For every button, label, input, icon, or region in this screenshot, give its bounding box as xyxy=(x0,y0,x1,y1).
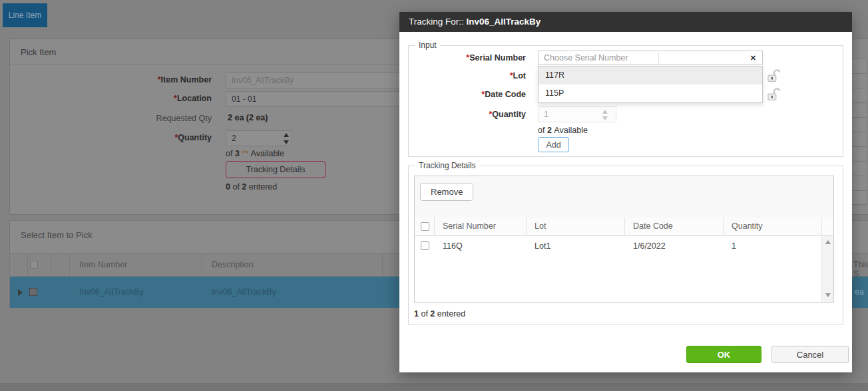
grid-column-serial[interactable]: Serial Number xyxy=(435,217,527,235)
unlock-icon[interactable] xyxy=(767,68,781,84)
dropdown-option[interactable]: 115P xyxy=(539,84,762,102)
row-right-partial: ea xyxy=(855,287,864,297)
serial-dropdown-list: 117R 115P xyxy=(538,66,763,103)
scroll-up-icon[interactable] xyxy=(825,240,831,244)
tracking-details-button[interactable]: Tracking Details xyxy=(226,161,326,178)
bg-quantity-input[interactable] xyxy=(226,130,292,146)
grid-header-row: Serial Number Lot Date Code Quantity xyxy=(415,217,833,236)
page-footer-band xyxy=(0,383,868,391)
requested-qty-label: Requested Qty xyxy=(79,111,212,126)
input-legend: Input xyxy=(415,41,440,50)
column-description: Description xyxy=(212,260,254,269)
serial-number-input[interactable] xyxy=(539,52,658,64)
location-label: *Location xyxy=(79,91,212,106)
serial-number-combobox: ✕ xyxy=(538,51,763,65)
column-divider xyxy=(51,254,51,276)
item-number-label: *Item Number xyxy=(79,72,212,87)
select-item-title: Select Item to Pick xyxy=(21,230,93,240)
bg-availability-text: of 3 ** Available xyxy=(226,149,284,158)
cell-lot: Lot1 xyxy=(527,236,625,256)
cell-serial: 116Q xyxy=(435,236,527,256)
grid-toolbar: Remove xyxy=(415,176,833,217)
grid-column-lot[interactable]: Lot xyxy=(527,217,625,235)
grid-body: 116Q Lot1 1/6/2022 1 xyxy=(415,236,833,302)
cancel-button[interactable]: Cancel xyxy=(771,346,849,363)
tracking-details-legend: Tracking Details xyxy=(415,161,479,170)
dropdown-option[interactable]: 117R xyxy=(539,66,762,84)
modal-title: Tracking For:: Inv06_AllTrackBy xyxy=(399,12,852,32)
column-divider xyxy=(382,254,383,276)
scroll-down-icon[interactable] xyxy=(825,293,831,297)
spinner-down-icon[interactable] xyxy=(602,116,608,120)
expand-row-icon[interactable] xyxy=(18,289,23,296)
modal-entered-text: 1 of 2 entered xyxy=(414,309,465,319)
lot-label: *Lot xyxy=(408,68,526,83)
grid-row-checkbox[interactable] xyxy=(421,241,429,250)
date-code-label: *Date Code xyxy=(408,87,526,102)
modal-quantity-label: *Quantity xyxy=(408,107,526,122)
tracking-modal: Tracking For:: Inv06_AllTrackBy Input *S… xyxy=(399,12,852,372)
ok-button[interactable]: OK xyxy=(686,346,761,363)
row-item-number: Inv06_AllTrackBy xyxy=(79,287,144,297)
grid-column-quantity[interactable]: Quantity xyxy=(724,217,822,235)
spinner-down-icon[interactable] xyxy=(284,140,289,144)
grid-column-date-code[interactable]: Date Code xyxy=(625,217,724,235)
spinner-up-icon[interactable] xyxy=(284,133,289,137)
select-all-checkbox[interactable] xyxy=(30,261,38,269)
unlock-icon[interactable] xyxy=(767,87,781,103)
cell-date-code: 1/6/2022 xyxy=(625,236,724,256)
column-item-number: Item Number xyxy=(79,260,127,269)
bg-quantity-label: *Quantity xyxy=(79,130,212,145)
grid-select-all-checkbox[interactable] xyxy=(421,222,429,231)
tracking-details-grid: Remove Serial Number Lot Date Code Quant… xyxy=(414,176,834,303)
clear-icon[interactable]: ✕ xyxy=(750,54,762,63)
remove-button[interactable]: Remove xyxy=(420,183,473,201)
row-checkbox[interactable] xyxy=(29,288,37,296)
background-field-edges xyxy=(849,59,867,205)
line-item-button[interactable]: Line Item xyxy=(3,3,47,27)
serial-number-label: *Serial Number xyxy=(408,51,526,65)
column-divider xyxy=(27,254,28,276)
modal-availability-text: of 2 Available xyxy=(538,126,588,135)
pick-item-title: Pick Item xyxy=(21,47,56,57)
grid-row[interactable]: 116Q Lot1 1/6/2022 1 xyxy=(415,236,833,256)
column-divider xyxy=(69,254,70,276)
column-divider xyxy=(202,254,202,276)
combobox-divider xyxy=(658,53,659,63)
cell-quantity: 1 xyxy=(724,236,822,256)
column-right-partial: This S xyxy=(853,260,868,279)
row-description: Inv06_AllTrackBy xyxy=(212,287,276,297)
vertical-scrollbar[interactable] xyxy=(821,236,833,302)
bg-entered-text: 0 of 2 entered xyxy=(226,182,277,192)
add-button[interactable]: Add xyxy=(538,137,569,152)
spinner-up-icon[interactable] xyxy=(602,110,608,114)
requested-qty-value: 2 ea (2 ea) xyxy=(228,113,268,122)
